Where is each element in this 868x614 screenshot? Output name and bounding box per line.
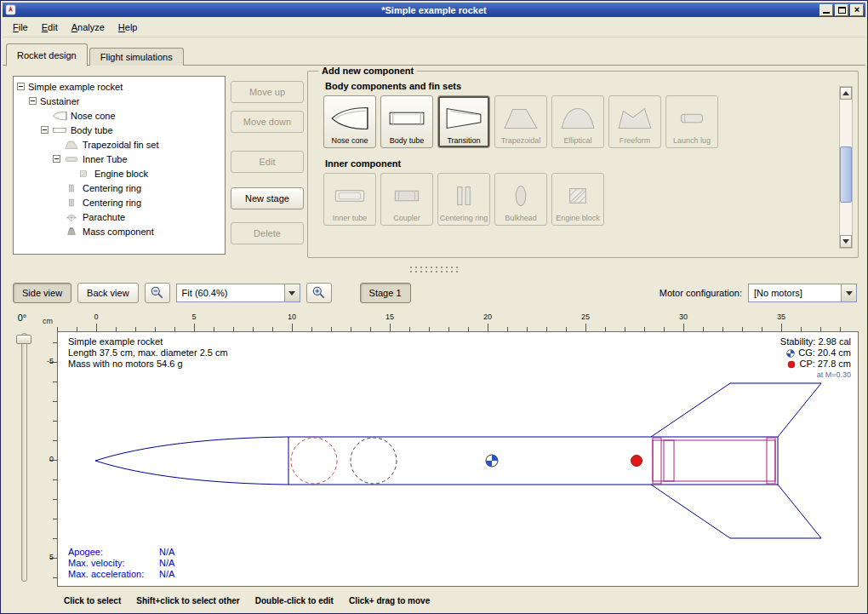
status-bar: Click to selectShift+click to select oth… (3, 594, 865, 606)
rocket-info: Simple example rocketLength 37.5 cm, max… (68, 336, 228, 370)
tree-item-mass-component[interactable]: Mass component (14, 224, 225, 238)
group-label: Body components and fin sets (325, 81, 858, 91)
scroll-down-button[interactable] (840, 235, 852, 248)
add-body-tube-button[interactable]: Body tube (380, 95, 433, 148)
move-up-button[interactable]: Move up (231, 81, 304, 103)
scrollbar[interactable] (839, 86, 853, 249)
menu-help[interactable]: Help (111, 19, 145, 36)
add-transition-button[interactable]: Transition (437, 95, 490, 148)
cg-icon (786, 349, 795, 358)
expander-icon[interactable] (53, 155, 60, 163)
rotation-slider[interactable] (21, 333, 27, 582)
rocket-info-line: Simple example rocket (68, 336, 228, 347)
chevron-down-icon[interactable] (841, 284, 856, 301)
side-view-button[interactable]: Side view (13, 283, 71, 303)
parachute-outline[interactable] (291, 438, 337, 484)
status-hint: Double-click to edit (255, 596, 334, 605)
scroll-up-button[interactable] (840, 87, 852, 100)
tree-item-centering-ring[interactable]: Centering ring (14, 195, 225, 209)
tree-item-engine-block[interactable]: Engine block (14, 166, 225, 181)
component-button-label: Engine block (556, 214, 600, 222)
add-freeform-button[interactable]: Freeform (608, 95, 661, 148)
move-down-button[interactable]: Move down (231, 111, 304, 133)
centeringring-icon (64, 183, 79, 193)
tree-item-body-tube[interactable]: Body tube (14, 123, 225, 137)
fin-lower[interactable] (651, 485, 821, 538)
edit-button[interactable]: Edit (231, 151, 304, 173)
minimize-button[interactable] (819, 4, 833, 16)
component-button-label: Nose cone (331, 136, 368, 145)
trapezoidal-icon (500, 100, 542, 136)
rocket-body-outline[interactable] (95, 437, 778, 485)
add-inner-tube-button[interactable]: Inner tube (323, 173, 376, 226)
ruler-label: 20 (483, 313, 492, 321)
zoom-in-icon (311, 285, 326, 301)
tree-item-inner-tube[interactable]: Inner Tube (14, 152, 225, 166)
zoom-select[interactable]: Fit (60.4%) (176, 284, 300, 302)
title-bar[interactable]: *Simple example rocket × (3, 3, 865, 17)
bodytube-icon (385, 100, 428, 136)
zoom-select-value: Fit (60.4%) (182, 288, 228, 298)
tree-item-sustainer[interactable]: Sustainer (14, 94, 225, 108)
tab-flight-simulations[interactable]: Flight simulations (89, 48, 184, 66)
component-button-label: Freeform (620, 136, 651, 145)
expander-icon[interactable] (17, 83, 25, 90)
stability-legend: Stability: 2.98 cal CG: 20.4 cm CP: 27.8… (780, 336, 851, 381)
cg-value: CG: 20.4 cm (798, 347, 851, 359)
maximize-button[interactable] (835, 4, 848, 16)
add-bulkhead-button[interactable]: Bulkhead (494, 173, 547, 226)
rotation-slider-handle[interactable] (16, 335, 31, 344)
tree-item-nose-cone[interactable]: Nose cone (14, 108, 225, 123)
tree-item-parachute[interactable]: Parachute (14, 209, 225, 224)
centeringring-icon (64, 198, 79, 208)
new-stage-button[interactable]: New stage (231, 187, 304, 209)
rocket-drawing (58, 332, 858, 586)
add-engine-block-button[interactable]: Engine block (551, 173, 604, 226)
add-centering-ring-button[interactable]: Centering ring (437, 173, 490, 226)
add-trapezoidal-button[interactable]: Trapezoidal (494, 95, 547, 148)
tree-item-trapezoidal-fin-set[interactable]: Trapezoidal fin set (14, 137, 225, 152)
rocket-canvas[interactable]: Simple example rocketLength 37.5 cm, max… (57, 331, 859, 587)
add-elliptical-button[interactable]: Elliptical (551, 95, 604, 148)
back-view-button[interactable]: Back view (77, 283, 139, 303)
zoom-in-button[interactable] (306, 283, 332, 303)
panel-splitter[interactable] (1, 261, 867, 277)
tree-item-centering-ring[interactable]: Centering ring (14, 181, 225, 195)
chevron-down-icon[interactable] (284, 284, 300, 301)
menu-file[interactable]: File (6, 19, 35, 36)
engine-block-outline (664, 440, 674, 481)
component-groups: Body components and fin setsNose coneBod… (311, 81, 858, 226)
scrollbar-thumb[interactable] (840, 146, 852, 203)
motor-mount-internals[interactable] (653, 438, 775, 484)
tree-item-label: Mass component (83, 227, 154, 237)
rocket-info-line: Mass with no motors 54.6 g (68, 359, 228, 370)
bodytube-icon (52, 125, 67, 135)
tab-bar: Rocket designFlight simulations (6, 41, 186, 66)
add-launch-lug-button[interactable]: Launch lug (665, 95, 718, 148)
tree-item-simple-example-rocket[interactable]: Simple example rocket (14, 79, 225, 94)
component-button-label: Centering ring (440, 214, 488, 222)
centering-ring-fwd (653, 438, 661, 484)
add-coupler-button[interactable]: Coupler (380, 173, 433, 226)
mass-component-outline[interactable] (351, 438, 397, 484)
cg-marker (486, 455, 498, 467)
stage-1-toggle[interactable]: Stage 1 (360, 283, 411, 303)
tree-item-label: Simple example rocket (28, 82, 123, 92)
component-tree[interactable]: Simple example rocketSustainerNose coneB… (13, 76, 226, 255)
fin-upper[interactable] (651, 383, 821, 437)
tab-rocket-design[interactable]: Rocket design (6, 43, 88, 66)
elliptical-icon (557, 100, 599, 136)
menu-edit[interactable]: Edit (35, 19, 65, 36)
close-button[interactable]: × (850, 4, 864, 16)
transition-icon (443, 100, 485, 136)
component-button-row: Inner tubeCouplerCentering ringBulkheadE… (323, 173, 858, 226)
menu-analyze[interactable]: Analyze (65, 19, 111, 36)
zoom-out-button[interactable] (145, 283, 170, 303)
add-nose-cone-button[interactable]: Nose cone (323, 95, 376, 148)
component-button-label: Elliptical (563, 136, 591, 145)
motor-config-select[interactable]: [No motors] (748, 284, 857, 302)
expander-icon[interactable] (29, 97, 37, 105)
stability-value: Stability: 2.98 cal (780, 336, 851, 347)
expander-icon[interactable] (41, 126, 49, 134)
delete-button[interactable]: Delete (231, 222, 304, 244)
